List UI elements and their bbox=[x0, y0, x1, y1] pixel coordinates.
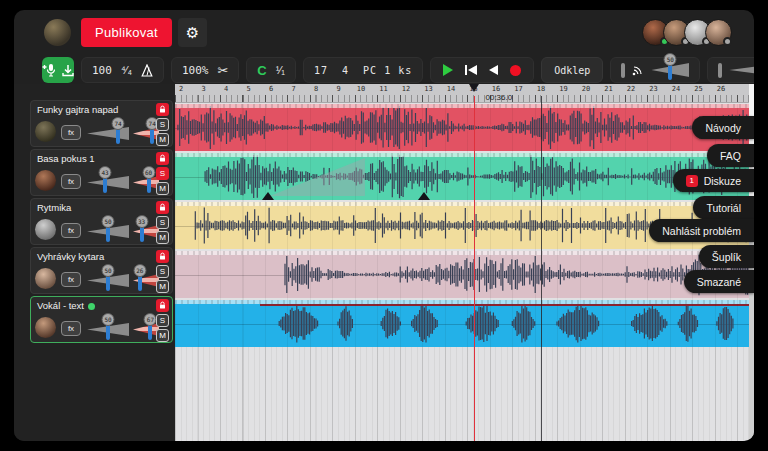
clip-handle-strip[interactable] bbox=[175, 202, 754, 206]
clip-lane[interactable] bbox=[175, 153, 754, 200]
skip-start-button[interactable] bbox=[465, 65, 477, 75]
track-header[interactable]: Vyhrávky kytara fx 50 26 S M bbox=[30, 247, 173, 294]
pan-handle[interactable]: 60 bbox=[147, 173, 151, 193]
settings-button[interactable]: ⚙ bbox=[178, 18, 207, 47]
volume-value: 50 bbox=[102, 264, 115, 277]
snap-value[interactable]: ¹⁄₁ bbox=[276, 64, 285, 76]
track-header[interactable]: Rytmika fx 50 33 S M bbox=[30, 198, 173, 245]
bar-number: 11 bbox=[379, 85, 387, 93]
lock-icon[interactable] bbox=[156, 103, 169, 116]
track-header[interactable]: Vokál - text fx 50 67 S M bbox=[30, 296, 173, 343]
pan-handle[interactable]: 26 bbox=[138, 271, 142, 291]
solo-button[interactable]: S bbox=[156, 118, 169, 131]
fx-button[interactable]: fx bbox=[61, 223, 81, 238]
scissors-icon[interactable]: ✂ bbox=[217, 63, 228, 78]
volume-value: 74 bbox=[112, 117, 125, 130]
record-button[interactable] bbox=[510, 65, 521, 76]
mute-button[interactable]: M bbox=[156, 182, 169, 195]
rewind-button[interactable] bbox=[489, 65, 498, 75]
loop-icon[interactable]: C bbox=[257, 63, 266, 78]
loop-group: C ¹⁄₁ bbox=[246, 57, 296, 83]
zoom-level[interactable]: 100% bbox=[182, 64, 209, 77]
collaborator-avatar[interactable] bbox=[705, 19, 732, 46]
clip-lane[interactable] bbox=[175, 104, 754, 151]
track-name: Vokál - text bbox=[37, 300, 95, 311]
solo-button[interactable]: S bbox=[156, 167, 169, 180]
solo-button[interactable]: S bbox=[156, 314, 169, 327]
side-tab-nahl-sit-probl-m[interactable]: Nahlásit problém bbox=[649, 219, 754, 242]
publish-button[interactable]: Publikovat bbox=[81, 18, 172, 47]
clip-lane[interactable] bbox=[175, 251, 754, 298]
master-meter bbox=[718, 63, 722, 78]
mute-button[interactable]: M bbox=[156, 280, 169, 293]
monitor-meter bbox=[621, 63, 625, 78]
volume-slider[interactable]: 43 bbox=[87, 174, 129, 192]
side-tab-n-vody[interactable]: Návody bbox=[692, 116, 754, 139]
volume-slider[interactable]: 50 bbox=[87, 272, 129, 290]
fx-button[interactable]: fx bbox=[61, 174, 81, 189]
side-tab-smazan-[interactable]: Smazané bbox=[684, 270, 754, 293]
timeline[interactable]: 00:36.0 23456789101112131415161718192021… bbox=[175, 84, 754, 441]
volume-handle[interactable]: 50 bbox=[106, 222, 110, 242]
lock-icon[interactable] bbox=[156, 299, 169, 312]
add-track-button[interactable] bbox=[42, 57, 74, 83]
volume-handle[interactable]: 50 bbox=[106, 320, 110, 340]
master-volume-slider[interactable]: 100 bbox=[729, 61, 754, 79]
bar-number: 20 bbox=[582, 85, 590, 93]
toolbar: 100 ⁴⁄₄ 100% ✂ C ¹⁄₁ 17 4 PC 1 ks Odklep bbox=[14, 55, 754, 85]
volume-slider[interactable]: 50 bbox=[87, 321, 129, 339]
timeline-ruler[interactable]: 00:36.0 23456789101112131415161718192021… bbox=[175, 84, 754, 103]
playhead[interactable] bbox=[474, 96, 475, 441]
time-signature[interactable]: ⁴⁄₄ bbox=[121, 64, 132, 76]
mute-button[interactable]: M bbox=[156, 231, 169, 244]
clip-marker[interactable] bbox=[418, 192, 430, 200]
online-dot bbox=[88, 303, 95, 310]
playhead-marker[interactable] bbox=[469, 84, 479, 92]
mute-button[interactable]: M bbox=[156, 329, 169, 342]
pan-value: 60 bbox=[142, 166, 155, 179]
fx-button[interactable]: fx bbox=[61, 272, 81, 287]
track-header[interactable]: Basa pokus 1 fx 43 60 S M bbox=[30, 149, 173, 196]
pan-handle[interactable]: 74 bbox=[150, 124, 154, 144]
monitor-volume-slider[interactable]: 50 bbox=[651, 61, 689, 79]
tab-label: Smazané bbox=[697, 276, 741, 288]
clip-handle-strip[interactable] bbox=[175, 153, 754, 157]
bar-number: 4 bbox=[224, 85, 228, 93]
play-button[interactable] bbox=[443, 64, 453, 76]
master-volume-group: 100 bbox=[707, 57, 754, 83]
fx-button[interactable]: fx bbox=[61, 125, 81, 140]
bar-number: 7 bbox=[291, 85, 295, 93]
lock-icon[interactable] bbox=[156, 201, 169, 214]
track-header[interactable]: Funky gajtra napad fx 74 74 S M bbox=[30, 100, 173, 147]
clip-handle-strip[interactable] bbox=[175, 251, 754, 255]
volume-value: 50 bbox=[102, 215, 115, 228]
clip-marker[interactable] bbox=[262, 192, 274, 200]
volume-handle[interactable]: 50 bbox=[106, 271, 110, 291]
pan-handle[interactable]: 33 bbox=[140, 222, 144, 242]
fx-button[interactable]: fx bbox=[61, 321, 81, 336]
odklep-button[interactable]: Odklep bbox=[541, 57, 603, 83]
volume-handle[interactable]: 74 bbox=[116, 124, 120, 144]
volume-handle[interactable]: 43 bbox=[103, 173, 107, 193]
volume-value: 43 bbox=[99, 166, 112, 179]
clip-lane[interactable] bbox=[175, 300, 754, 347]
clip-handle-strip[interactable] bbox=[175, 104, 754, 108]
pan-handle[interactable]: 67 bbox=[148, 320, 152, 340]
user-avatar[interactable] bbox=[44, 19, 71, 46]
volume-slider[interactable]: 50 bbox=[87, 223, 129, 241]
side-tab-diskuze[interactable]: 1Diskuze bbox=[673, 169, 754, 192]
monitor-volume-handle[interactable]: 50 bbox=[668, 60, 672, 80]
side-tab--upl-k[interactable]: Šuplík bbox=[699, 245, 754, 268]
side-tab-faq[interactable]: FAQ bbox=[707, 144, 754, 167]
lock-icon[interactable] bbox=[156, 152, 169, 165]
lock-icon[interactable] bbox=[156, 250, 169, 263]
metronome-icon[interactable] bbox=[141, 64, 153, 77]
tempo-group: 100 ⁴⁄₄ bbox=[81, 57, 164, 83]
solo-button[interactable]: S bbox=[156, 216, 169, 229]
solo-button[interactable]: S bbox=[156, 265, 169, 278]
mute-button[interactable]: M bbox=[156, 133, 169, 146]
monitor-volume-group: 50 bbox=[610, 57, 700, 83]
side-tab-tutori-l[interactable]: Tutoriál bbox=[693, 196, 754, 219]
tempo-value[interactable]: 100 bbox=[92, 64, 112, 77]
volume-slider[interactable]: 74 bbox=[87, 125, 129, 143]
